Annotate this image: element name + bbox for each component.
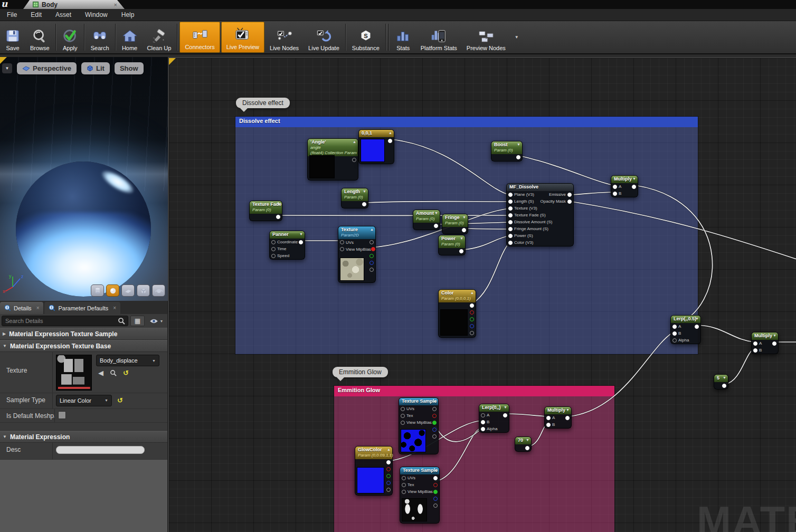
output-pin[interactable] <box>432 414 437 418</box>
input-pin[interactable] <box>401 414 405 418</box>
input-pin[interactable] <box>481 420 485 424</box>
input-pin[interactable] <box>508 234 513 238</box>
output-pin[interactable] <box>503 413 507 417</box>
browse-to-asset-icon[interactable] <box>110 369 117 376</box>
node-header[interactable]: Panner▼ <box>270 231 305 239</box>
node-header[interactable]: Multiply▼ <box>752 332 778 340</box>
input-pin[interactable] <box>481 413 485 417</box>
collapse-up-icon[interactable]: ▲ <box>353 140 356 144</box>
toolbar-stats-button[interactable]: Stats <box>391 21 416 53</box>
input-pin[interactable] <box>546 423 551 427</box>
node-tex-sample-2[interactable]: Texture Sample▲UVsTexView MipBias <box>400 467 440 524</box>
shape-sphere-button[interactable] <box>106 284 119 297</box>
input-pin[interactable] <box>613 185 617 189</box>
node-header[interactable]: Multiply▼ <box>611 176 638 183</box>
comment-title[interactable]: Emmition Glow <box>334 386 614 396</box>
node-header[interactable]: 70▼ <box>515 437 531 444</box>
output-pin[interactable] <box>772 341 776 346</box>
node-header[interactable]: 5▼ <box>714 375 728 382</box>
output-pin[interactable] <box>276 215 280 219</box>
input-pin[interactable] <box>401 421 405 425</box>
toolbar-preview-nodes-dropdown-icon[interactable]: ▼ <box>510 21 523 53</box>
output-pin[interactable] <box>470 310 474 315</box>
show-button[interactable]: Show <box>115 62 144 74</box>
menu-window[interactable]: Window <box>78 11 115 18</box>
collapse-down-icon[interactable]: ▼ <box>299 232 303 236</box>
shape-plane-button[interactable] <box>121 284 135 297</box>
shape-cylinder-button[interactable] <box>91 284 104 297</box>
output-pin[interactable] <box>388 139 392 143</box>
input-pin[interactable] <box>546 416 551 420</box>
output-pin[interactable] <box>386 474 391 478</box>
input-pin[interactable] <box>271 247 276 251</box>
texture-asset-dropdown[interactable]: Body_displace ▼ <box>96 355 159 366</box>
tab-parameter-defaults-close-icon[interactable]: × <box>113 305 116 311</box>
toolbar-connectors-button[interactable]: Connectors <box>179 22 220 53</box>
lit-button[interactable]: Lit <box>81 62 110 74</box>
output-pin[interactable] <box>432 421 437 425</box>
comment-title[interactable]: Dissolve effect <box>235 117 698 127</box>
collapse-down-icon[interactable]: ▼ <box>462 215 466 219</box>
node-texture-fade[interactable]: Texture FadeParam (0)▼ <box>249 201 282 221</box>
node-lerp-0[interactable]: Lerp(0,,)▼ABAlpha <box>479 404 509 433</box>
node-header[interactable]: 0,0,1▲ <box>359 130 394 137</box>
output-pin[interactable] <box>470 324 474 328</box>
node-header[interactable]: BoostParam (0)▼ <box>491 141 522 154</box>
output-pin[interactable] <box>432 434 437 439</box>
node-fringe[interactable]: FringeParam (0)▼ <box>442 214 468 234</box>
toolbar-live-update-button[interactable]: Live Update <box>304 21 344 53</box>
search-details-input[interactable] <box>2 316 128 326</box>
node-header[interactable]: Lerp(0,,)▼ <box>479 404 509 412</box>
asset-tab-body[interactable]: Body × <box>23 0 125 9</box>
texture-thumbnail[interactable] <box>56 355 92 391</box>
node-const-70[interactable]: 70▼ <box>515 436 532 452</box>
output-pin[interactable] <box>433 483 438 487</box>
output-pin[interactable] <box>433 504 438 508</box>
section-texture-sample[interactable]: ▶ Material Expression Texture Sample <box>0 328 167 340</box>
node-angle-param[interactable]: 'Angle'angle(float4) Collection Param▲ <box>307 138 358 180</box>
output-pin[interactable] <box>695 325 699 329</box>
reset-to-default-icon[interactable]: ↺ <box>123 369 129 377</box>
output-pin[interactable] <box>470 317 474 321</box>
input-pin[interactable] <box>508 220 513 224</box>
output-pin[interactable] <box>632 185 636 189</box>
desc-input[interactable] <box>56 446 145 454</box>
output-pin[interactable] <box>371 247 375 251</box>
node-mf-dissolve[interactable]: MF_DissolvePlane (V3)EmissiveLength (S)O… <box>506 183 574 246</box>
node-header[interactable]: Texture Sample▲ <box>400 467 439 474</box>
input-pin[interactable] <box>340 247 344 251</box>
node-texture-param[interactable]: TextureParam2D▲UVsView MipBias <box>338 226 376 283</box>
output-pin[interactable] <box>369 261 374 265</box>
collapse-down-icon[interactable]: ▼ <box>773 334 776 337</box>
tab-details-close-icon[interactable]: × <box>36 305 40 311</box>
toolbar-browse-button[interactable]: Browse <box>25 21 54 53</box>
toolbar-preview-nodes-button[interactable]: Preview Nodes <box>462 21 510 53</box>
input-pin[interactable] <box>672 338 677 343</box>
input-pin[interactable] <box>613 192 617 196</box>
node-header[interactable]: Texture FadeParam (0)▼ <box>250 201 282 214</box>
menu-asset[interactable]: Asset <box>49 11 78 18</box>
is-default-meshpaint-checkbox[interactable] <box>58 411 66 419</box>
input-pin[interactable] <box>401 407 405 411</box>
collapse-down-icon[interactable]: ▼ <box>566 408 570 412</box>
collapse-up-icon[interactable]: ▲ <box>434 468 438 472</box>
menu-file[interactable]: File <box>0 11 24 18</box>
node-glowcolor[interactable]: GlowColorParam (0,0.09,1,1)▲ <box>355 446 393 496</box>
collapse-down-icon[interactable]: ▼ <box>526 438 529 442</box>
collapse-down-icon[interactable]: ▼ <box>504 405 507 409</box>
output-pin[interactable] <box>386 467 391 471</box>
collapse-down-icon[interactable]: ▼ <box>723 376 726 379</box>
node-amount[interactable]: AmountParam (0)▼ <box>413 210 440 230</box>
node-header[interactable]: Lerp(,,0.5)▼ <box>671 316 700 323</box>
input-pin[interactable] <box>402 490 406 494</box>
node-header[interactable]: LengthParam (0)▼ <box>342 188 368 201</box>
output-pin[interactable] <box>369 268 374 272</box>
output-pin[interactable] <box>470 303 474 308</box>
toolbar-search-button[interactable]: Search <box>86 21 114 53</box>
node-power[interactable]: PowerParam (0)▼ <box>438 235 466 255</box>
menu-edit[interactable]: Edit <box>24 11 49 18</box>
section-material-expression[interactable]: ▼ Material Expression <box>0 431 167 443</box>
output-pin[interactable] <box>386 460 391 464</box>
collapse-down-icon[interactable]: ▼ <box>277 202 280 206</box>
node-const-5[interactable]: 5▼ <box>714 374 728 390</box>
